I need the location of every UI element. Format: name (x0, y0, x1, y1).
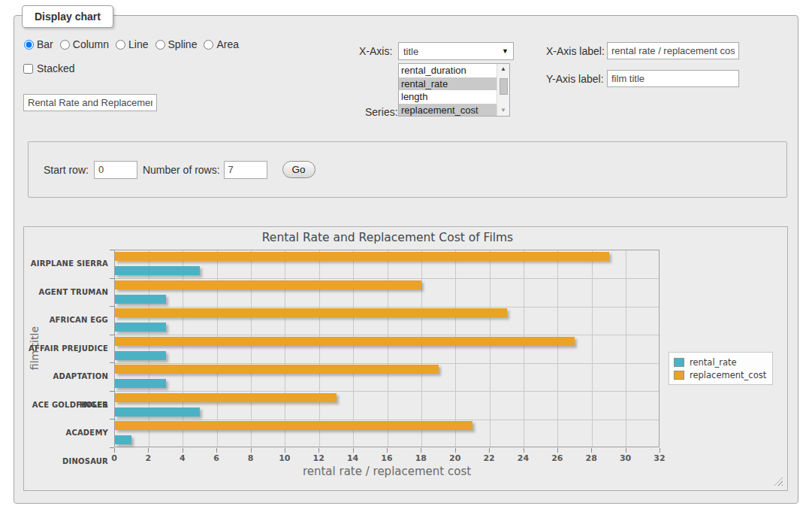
bar-rental_rate (115, 351, 166, 360)
category-label: AIRPLANE SIERRA (24, 250, 108, 278)
x-axis-tick-mark (183, 448, 183, 453)
x-axis-tick-mark (353, 448, 354, 453)
scrollbar-thumb[interactable] (500, 78, 508, 95)
legend-swatch-replacement_cost (674, 371, 684, 380)
stacked-checkbox[interactable] (23, 64, 33, 74)
x-axis-tick-label: 18 (409, 453, 432, 463)
x-axis-tick-mark (660, 448, 660, 453)
bar-rental_rate (115, 323, 166, 332)
x-axis-select-label: X-Axis: (359, 45, 392, 57)
y-axis-tick-mark (110, 250, 114, 250)
y-axis-tick-mark (110, 306, 114, 307)
chart-type-label-column: Column (73, 38, 109, 50)
gridline-horizontal (115, 307, 659, 308)
category-label: AFFAIR PREJUDICE (24, 335, 108, 363)
x-axis-selected-value: title (403, 46, 418, 57)
series-option-rental_rate[interactable]: rental_rate (399, 77, 497, 91)
series-option-replacement_cost[interactable]: replacement_cost (399, 104, 497, 117)
gridline-vertical (592, 250, 593, 447)
chart-type-radio-line[interactable] (116, 40, 125, 50)
y-axis-tick-mark (110, 447, 114, 448)
x-axis-tick-mark (318, 448, 319, 453)
x-axis-tick-label: 2 (137, 453, 159, 463)
x-axis-tick-mark (626, 448, 626, 453)
series-options: rental_durationrental_ratelengthreplacem… (399, 64, 497, 116)
y-axis-tick-mark (110, 391, 114, 392)
chart-type-radio-area[interactable] (204, 40, 213, 50)
x-axis-tick-label: 24 (512, 453, 535, 463)
legend-row-rental_rate: rental_rate (674, 356, 766, 368)
x-axis-tick-mark (421, 448, 421, 453)
chart-type-option-bar[interactable]: Bar (24, 38, 53, 50)
panel-title: Display chart (22, 5, 113, 28)
gridline-vertical (626, 250, 626, 447)
chart-type-option-spline[interactable]: Spline (155, 38, 198, 50)
chart-type-radio-column[interactable] (60, 40, 70, 50)
x-axis-select[interactable]: title ▼ (398, 42, 514, 60)
x-axis-tick-label: 22 (478, 453, 500, 463)
x-axis-tick-label: 14 (342, 453, 364, 463)
chart-title-input[interactable] (23, 94, 157, 111)
bar-rental_rate (115, 295, 166, 304)
x-axis-label-label: X-Axis label: (546, 45, 605, 57)
bar-replacement_cost (115, 280, 421, 289)
bar-replacement_cost (115, 421, 472, 430)
start-row-input[interactable] (94, 161, 137, 179)
scroll-down-icon[interactable]: ▼ (500, 105, 506, 116)
bar-replacement_cost (115, 393, 337, 402)
chevron-down-icon: ▼ (502, 47, 509, 55)
chart-x-axis-title: rental rate / replacement cost (114, 465, 660, 478)
series-option-rental_duration[interactable]: rental_duration (399, 64, 497, 77)
x-axis-tick-label: 16 (376, 453, 398, 463)
x-axis-tick-label: 8 (240, 453, 262, 463)
bar-rental_rate (115, 379, 166, 388)
scroll-up-icon[interactable]: ▲ (500, 64, 506, 74)
x-axis-tick-label: 26 (546, 453, 569, 463)
display-chart-panel: Display chart BarColumnLineSplineArea St… (14, 15, 798, 504)
chart-type-radio-bar[interactable] (24, 40, 34, 50)
y-axis-label-input[interactable] (607, 70, 739, 87)
gridline-horizontal (115, 391, 659, 392)
x-axis-tick-mark (557, 448, 558, 453)
series-listbox[interactable]: rental_durationrental_ratelengthreplacem… (398, 63, 510, 117)
x-axis-label-input[interactable] (607, 42, 739, 59)
x-axis-tick-mark (148, 448, 149, 453)
gridline-vertical (524, 250, 524, 447)
chart-type-radio-spline[interactable] (155, 40, 165, 50)
chart-canvas: Rental Rate and Replacement Cost of Film… (23, 226, 788, 491)
x-axis-tick-label: 10 (273, 453, 296, 463)
x-axis-tick-label: 6 (205, 453, 228, 463)
category-label: ACADEMY DINOSAUR (24, 419, 108, 447)
go-button[interactable]: Go (282, 161, 315, 178)
gridline-vertical (557, 250, 558, 447)
y-axis-tick-mark (110, 278, 114, 279)
gridline-horizontal (115, 278, 659, 279)
bar-replacement_cost (115, 252, 609, 261)
bar-rental_rate (115, 407, 200, 417)
chart-type-option-area[interactable]: Area (204, 38, 239, 50)
chart-legend: rental_ratereplacement_cost (669, 352, 773, 385)
series-option-length[interactable]: length (399, 90, 497, 104)
series-scrollbar[interactable]: ▲ ▼ (497, 64, 509, 116)
x-axis-tick-mark (489, 448, 490, 453)
legend-row-replacement_cost: replacement_cost (674, 368, 766, 381)
y-axis-tick-mark (110, 362, 114, 363)
y-axis-tick-mark (110, 419, 114, 420)
resize-grip-icon[interactable] (774, 477, 783, 486)
rows-panel: Start row: Number of rows: Go (28, 141, 787, 198)
x-axis-tick-label: 32 (648, 453, 671, 463)
chart-type-option-column[interactable]: Column (60, 38, 109, 50)
y-axis-label-label: Y-Axis label: (546, 73, 604, 85)
chart-type-option-line[interactable]: Line (116, 38, 148, 50)
x-axis-tick-mark (591, 448, 592, 453)
x-axis-tick-mark (114, 448, 115, 453)
chart-type-label-area: Area (216, 38, 239, 50)
bar-replacement_cost (115, 365, 439, 374)
bar-replacement_cost (115, 308, 507, 317)
gridline-horizontal (115, 420, 659, 420)
gridline-vertical (490, 250, 491, 447)
stacked-row: Stacked (23, 62, 75, 74)
category-label: ACE GOLDFINGER (24, 391, 108, 420)
x-axis-tick-label: 30 (614, 453, 637, 463)
number-of-rows-input[interactable] (224, 161, 267, 179)
